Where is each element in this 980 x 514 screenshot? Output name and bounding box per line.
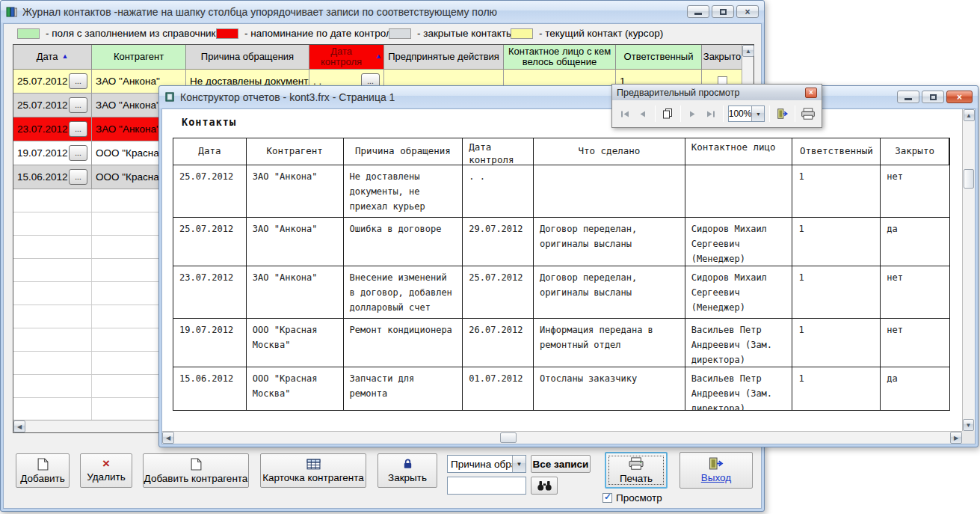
report-cell-control-date: 25.07.2012	[463, 266, 534, 318]
delete-button[interactable]: × Удалить	[80, 453, 132, 488]
minimize-button[interactable]	[897, 91, 919, 103]
previous-page-button[interactable]	[635, 105, 651, 123]
report-book-icon	[164, 91, 176, 103]
legend-label: - напоминание по дате контроля	[244, 28, 397, 39]
preview-toolbar: 100% ▼	[612, 100, 822, 127]
date-picker-button[interactable]: ...	[69, 73, 87, 89]
legend-label: - текущий контакт (курсор)	[539, 28, 663, 39]
search-input[interactable]	[447, 477, 526, 495]
grid-column-header[interactable]: Предпринятые действия ▲	[384, 45, 504, 69]
report-row: 25.07.2012 ЗАО "Анкона" Ошибка в договор…	[173, 218, 949, 266]
grid-header-row: Дата ▲ Контрагент ▲ Причина обращения ▲ …	[13, 45, 754, 70]
first-page-button[interactable]	[617, 105, 633, 123]
grid-column-label: Контактное лицо с кем велось общение	[505, 46, 614, 67]
date-picker-button[interactable]: ...	[69, 145, 87, 161]
binoculars-icon	[537, 480, 552, 491]
report-column-header: Причина обращения	[344, 138, 463, 165]
chevron-down-icon[interactable]: ▼	[512, 456, 526, 472]
report-cell-responsible: 1	[792, 165, 881, 217]
scroll-left-icon[interactable]: ◀	[13, 420, 25, 432]
grid-column-header[interactable]: Дата контроля ▲	[309, 45, 384, 69]
report-horizontal-scrollbar[interactable]: ◀ ▶	[162, 431, 962, 444]
scrollbar-corner	[962, 431, 975, 444]
printer-icon	[628, 457, 644, 471]
report-cell-counterparty: ЗАО "Анкона"	[247, 165, 344, 217]
preview-checkbox-row[interactable]: Просмотр	[603, 492, 662, 504]
report-window-titlebar[interactable]: Конструктор отчетов - kont3.frx - Страни…	[159, 86, 978, 108]
pages-button[interactable]	[660, 105, 676, 123]
add-button[interactable]: Добавить	[16, 453, 70, 488]
new-document-icon	[191, 458, 202, 471]
lock-icon	[402, 458, 413, 470]
counterparty-card-button[interactable]: Карточка контрагента	[260, 453, 366, 488]
maximize-button[interactable]	[922, 91, 944, 103]
report-cell-responsible: 1	[792, 367, 881, 410]
reason-filter-dropdown[interactable]: Причина обращения ▼	[447, 455, 526, 473]
report-cell-counterparty: ООО "Красная Москва"	[247, 319, 344, 367]
sort-asc-icon: ▲	[375, 53, 382, 60]
report-vertical-scrollbar[interactable]: ▲ ▼	[962, 109, 975, 431]
maximize-button[interactable]	[712, 5, 734, 18]
close-preview-button[interactable]	[774, 105, 790, 123]
grid-column-label: Закрыто	[703, 52, 741, 62]
close-button[interactable]: ×	[805, 88, 817, 98]
date-picker-button[interactable]: ...	[69, 169, 87, 185]
grid-column-header[interactable]: Ответственный ▲	[616, 45, 702, 69]
scroll-up-icon[interactable]: ▲	[964, 109, 975, 121]
scroll-down-icon[interactable]: ▼	[963, 419, 974, 431]
grid-column-header[interactable]: Контрагент ▲	[92, 45, 186, 69]
report-column-header: Контрагент	[247, 138, 344, 165]
grid-column-header[interactable]: Контактное лицо с кем велось общение ▲	[504, 45, 616, 69]
report-cell-contact: Сидоров Михаил Сергеевич (Менеджер)	[685, 218, 793, 266]
red-x-icon: ×	[102, 459, 110, 469]
last-page-button[interactable]	[703, 105, 718, 123]
separator	[795, 105, 795, 122]
report-cell-contact: Сидоров Михаил Сергеевич (Менеджер)	[685, 266, 793, 318]
next-page-button[interactable]	[685, 105, 701, 123]
grid-column-header[interactable]: Закрыто ▲	[702, 45, 743, 69]
date-picker-button[interactable]: ...	[69, 97, 87, 113]
report-header-row: ДатаКонтрагентПричина обращенияДата конт…	[173, 138, 949, 165]
scroll-up-icon[interactable]: ▲	[742, 45, 754, 57]
grid-column-header[interactable]: Дата ▲	[13, 45, 92, 69]
report-cell-reason: Запчасти для ремонта	[344, 367, 463, 410]
print-button[interactable]: Печать	[605, 452, 668, 489]
close-button[interactable]: ×	[736, 5, 759, 18]
add-counterparty-button[interactable]: Добавить контрагента	[143, 453, 249, 488]
cell-date: 25.07.2012...	[13, 70, 92, 93]
close-button[interactable]: ×	[946, 91, 973, 103]
chevron-down-icon[interactable]: ▼	[751, 106, 764, 121]
report-cell-control-date: 26.07.2012	[463, 319, 534, 367]
scroll-left-icon[interactable]: ◀	[162, 432, 174, 444]
minimize-button[interactable]	[687, 5, 709, 18]
report-cell-control-date: 01.07.2012	[463, 367, 534, 410]
search-button[interactable]	[531, 477, 558, 495]
print-button[interactable]	[800, 105, 816, 123]
report-cell-responsible: 1	[792, 266, 881, 318]
main-window-titlebar[interactable]: Журнал контактов -нажатие на шапку столб…	[1, 1, 764, 22]
card-table-icon	[306, 459, 321, 470]
grid-column-header[interactable]: Причина обращения ▲	[186, 45, 309, 69]
report-cell-done	[534, 165, 685, 217]
legend-item: - напоминание по дате контроля	[216, 28, 397, 39]
zoom-select[interactable]: 100% ▼	[728, 105, 765, 122]
scroll-right-icon[interactable]: ▶	[950, 432, 962, 444]
report-cell-closed: нет	[881, 165, 949, 217]
scrollbar-thumb[interactable]	[500, 432, 517, 443]
close-contact-button[interactable]: Закрыть	[377, 453, 437, 488]
preview-titlebar[interactable]: Предварительный просмотр ×	[612, 85, 822, 100]
scrollbar-thumb[interactable]	[964, 169, 974, 189]
main-window-title: Журнал контактов -нажатие на шапку столб…	[22, 6, 497, 18]
preview-toolbar-window: Предварительный просмотр × 100% ▼	[611, 84, 822, 128]
date-picker-button[interactable]: ...	[69, 121, 87, 137]
legend-label: - поля с заполнением из справочника	[46, 28, 221, 39]
report-table: ДатаКонтрагентПричина обращенияДата конт…	[173, 138, 950, 411]
separator	[723, 105, 724, 122]
all-records-button[interactable]: Все записи	[531, 455, 591, 473]
preview-checkbox[interactable]	[603, 493, 612, 503]
exit-button[interactable]: Выход	[679, 452, 753, 489]
report-cell-done: Договор переделан, оригиналы высланы	[534, 218, 685, 266]
report-cell-closed: нет	[881, 319, 949, 367]
grid-column-label: Причина обращения	[201, 52, 294, 62]
preview-checkbox-label: Просмотр	[616, 492, 662, 504]
